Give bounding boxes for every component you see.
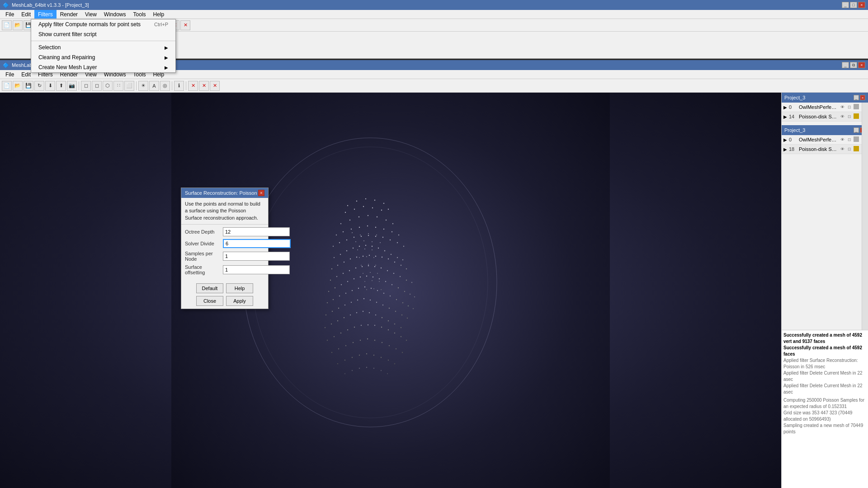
dialog-close-button[interactable]: Close: [196, 296, 223, 306]
dropdown-arrow-create-mesh: ▶: [165, 65, 168, 70]
tb-export-fg[interactable]: ⬆: [56, 81, 66, 91]
svg-point-178: [360, 235, 361, 235]
menu-view-bg[interactable]: View: [81, 10, 100, 19]
dialog-input-surface[interactable]: [223, 265, 290, 274]
svg-point-141: [354, 327, 355, 328]
menu-help-bg[interactable]: Help: [150, 10, 168, 19]
svg-point-171: [352, 370, 353, 371]
poisson-dialog: Surface Reconstruction: Poisson × Use th…: [181, 188, 269, 309]
menu-windows-bg[interactable]: Windows: [100, 10, 130, 19]
tb-l3-fg[interactable]: ◎: [160, 81, 170, 91]
panel-min-2[interactable]: _: [854, 127, 859, 133]
right-panel-scrollbar[interactable]: [862, 103, 868, 330]
tb-rotate-fg[interactable]: ↻: [34, 81, 44, 91]
layer-icon-color-0b: [854, 136, 859, 142]
minimize-btn-fg[interactable]: _: [842, 62, 849, 68]
tb-del1-fg[interactable]: ✕: [188, 81, 198, 91]
layer-item-14[interactable]: ▶ 14 Poisson-disk Samples * 👁 ⊡ ◈: [782, 112, 868, 122]
tb-del3-bg[interactable]: ✕: [180, 20, 190, 30]
menu-file-bg[interactable]: File: [2, 10, 18, 19]
window-controls-fg[interactable]: _ ⧉ ×: [842, 62, 865, 68]
dropdown-label-create-mesh: Create New Mesh Layer: [38, 64, 97, 70]
dialog-fields: Octree Depth Solver Divide Samples per N…: [181, 225, 268, 281]
dropdown-item-compute-normals[interactable]: Apply filter Compute normals for point s…: [31, 19, 175, 29]
tb-import-fg[interactable]: ⬇: [45, 81, 55, 91]
tb-save-fg[interactable]: 💾: [24, 81, 33, 91]
svg-point-117: [370, 300, 371, 300]
svg-point-81: [335, 287, 335, 288]
tb-m3-fg[interactable]: ⬡: [103, 81, 113, 91]
tb-open-bg[interactable]: 📂: [13, 20, 23, 30]
menu-filters-bg[interactable]: Filters: [34, 10, 57, 19]
close-btn-fg[interactable]: ×: [858, 62, 865, 68]
svg-point-90: [392, 284, 392, 285]
tb-sep2-fg: [136, 81, 137, 90]
layer-expand-0[interactable]: ▶: [783, 105, 787, 110]
tb-l1-fg[interactable]: ☀: [138, 81, 148, 91]
right-panel-title-2: Project_3 _ ×: [782, 125, 868, 135]
dialog-input-samples[interactable]: [223, 252, 290, 261]
menu-render-bg[interactable]: Render: [57, 10, 81, 19]
tb-new-bg[interactable]: 📄: [2, 20, 12, 30]
viewport-3d[interactable]: [0, 93, 781, 488]
svg-point-136: [401, 327, 401, 328]
layer-icon-eye-14: 👁: [839, 113, 845, 120]
dialog-input-octree[interactable]: [223, 227, 290, 236]
tb-info-fg[interactable]: ℹ: [174, 81, 184, 91]
dialog-default-btn[interactable]: Default: [196, 283, 223, 293]
tb-open-fg[interactable]: 📂: [13, 81, 23, 91]
maximize-btn-bg[interactable]: □: [850, 2, 857, 8]
dialog-field-octree: Octree Depth: [185, 227, 264, 236]
svg-point-127: [344, 317, 344, 318]
layer-item-0b[interactable]: ▶ 0 OwlMeshPerfect.ply * 👁 ⊡ ◈: [782, 135, 868, 145]
tb-del2-fg[interactable]: ✕: [199, 81, 209, 91]
menu-file-fg[interactable]: File: [2, 70, 18, 79]
svg-point-158: [389, 345, 390, 346]
svg-point-196: [377, 273, 378, 274]
tb-del3-fg[interactable]: ✕: [210, 81, 220, 91]
dialog-apply-btn[interactable]: Apply: [226, 296, 253, 306]
dialog-help-btn[interactable]: Help: [226, 283, 253, 293]
dropdown-item-create-mesh[interactable]: Create New Mesh Layer ▶: [31, 62, 175, 72]
tb-snap-fg[interactable]: 📷: [67, 81, 77, 91]
svg-point-75: [387, 270, 388, 271]
tb-new-fg[interactable]: 📄: [2, 81, 12, 91]
panel-min-1[interactable]: _: [854, 95, 859, 100]
dialog-label-octree: Octree Depth: [185, 229, 221, 235]
menu-tools-bg[interactable]: Tools: [130, 10, 150, 19]
restore-btn-fg[interactable]: ⧉: [850, 62, 857, 68]
tb-m1-fg[interactable]: ◻: [81, 81, 91, 91]
window-controls-bg[interactable]: _ □ ×: [842, 2, 865, 8]
dialog-input-solver[interactable]: [223, 239, 291, 248]
dialog-title: Surface Reconstruction: Poisson ×: [181, 188, 268, 198]
layer-expand-18[interactable]: ▶: [783, 147, 787, 152]
panel-close-1[interactable]: ×: [860, 95, 865, 100]
svg-point-148: [401, 336, 401, 337]
svg-point-58: [363, 256, 363, 257]
dialog-close-btn[interactable]: ×: [258, 190, 264, 196]
layer-item-18[interactable]: ▶ 18 Poisson-disk Samples * 👁 ⊡ ◈: [782, 145, 868, 154]
dropdown-item-selection[interactable]: Selection ▶: [31, 42, 175, 52]
layer-icon-lock-18: ⊡: [846, 146, 853, 152]
svg-point-76: [393, 273, 394, 274]
tb-m4-fg[interactable]: ∷: [113, 81, 123, 91]
menu-edit-bg[interactable]: Edit: [18, 10, 34, 19]
layer-icon-color-14: [854, 113, 859, 119]
layer-expand-14[interactable]: ▶: [783, 114, 787, 119]
svg-point-77: [400, 276, 401, 277]
tb-m5-fg[interactable]: ⬜: [124, 81, 134, 91]
dropdown-label-compute-normals: Apply filter Compute normals for point s…: [38, 21, 141, 28]
dropdown-item-cleaning[interactable]: Cleaning and Repairing ▶: [31, 52, 175, 62]
svg-point-92: [404, 291, 405, 292]
dropdown-item-show-script[interactable]: Show current filter script: [31, 29, 175, 39]
layer-icon-color-0: [854, 104, 859, 109]
svg-point-118: [376, 302, 377, 303]
tb-l2-fg[interactable]: A: [149, 81, 159, 91]
tb-m2-fg[interactable]: ◻: [92, 81, 102, 91]
minimize-btn-bg[interactable]: _: [842, 2, 849, 8]
layer-item-0[interactable]: ▶ 0 OwlMeshPerfect.ply * 👁 ⊡ ◈: [782, 103, 868, 112]
close-btn-bg[interactable]: ×: [858, 2, 865, 8]
svg-point-160: [402, 352, 403, 353]
svg-point-14: [340, 223, 341, 224]
layer-expand-0b[interactable]: ▶: [783, 137, 787, 142]
